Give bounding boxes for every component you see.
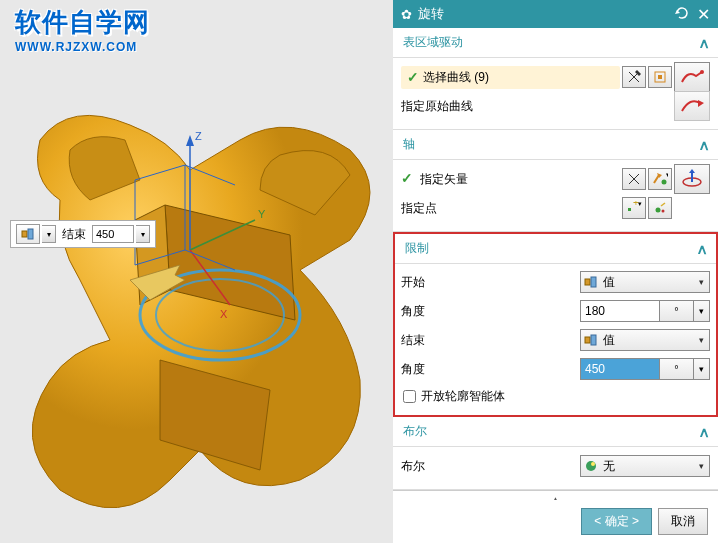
chevron-up-icon: ʌ: [700, 35, 708, 51]
chevron-down-icon: ▾: [693, 461, 709, 471]
svg-point-37: [586, 461, 596, 471]
section-axis-title: 轴: [403, 136, 415, 153]
orig-curve-label: 指定原始曲线: [401, 98, 672, 115]
open-body-row: 开放轮廓智能体: [401, 384, 710, 409]
end-row: 结束 值 ▾: [401, 326, 710, 354]
section-axis-body: ✓ 指定矢量 ▾ 指定点 +▾: [393, 160, 718, 232]
point-infer-icon[interactable]: +▾: [622, 197, 646, 219]
orig-curve-icon[interactable]: [674, 91, 710, 121]
none-icon: [581, 459, 601, 473]
start-dropdown[interactable]: 值 ▾: [580, 271, 710, 293]
watermark: 软件自学网 WWW.RJZXW.COM: [15, 5, 150, 54]
vector-infer-icon[interactable]: [622, 168, 646, 190]
chevron-down-icon: ▾: [693, 277, 709, 287]
panel-body: 表区域驱动 ʌ ✓ 选择曲线 (9) 指定原始曲线 轴 ʌ: [393, 28, 718, 500]
svg-marker-3: [186, 135, 194, 146]
angle2-label: 角度: [401, 361, 580, 378]
section-axis-header[interactable]: 轴 ʌ: [393, 130, 718, 160]
section-region-body: ✓ 选择曲线 (9) 指定原始曲线: [393, 58, 718, 130]
start-row: 开始 值 ▾: [401, 268, 710, 296]
infer-icon[interactable]: [622, 66, 646, 88]
section-bool-title: 布尔: [403, 423, 427, 440]
orig-curve-row: 指定原始曲线: [401, 92, 710, 120]
svg-rect-28: [628, 208, 631, 211]
value-type-dropdown[interactable]: ▾: [42, 225, 56, 243]
svg-marker-19: [698, 100, 704, 107]
svg-point-31: [656, 208, 661, 213]
angle1-unit: °: [660, 300, 694, 322]
chevron-up-icon: ʌ: [700, 137, 708, 153]
section-limit-title: 限制: [405, 240, 429, 257]
collapse-more-bar[interactable]: ▲: [393, 490, 718, 500]
value-type-icon[interactable]: [16, 224, 40, 244]
vector-row: ✓ 指定矢量 ▾: [401, 165, 710, 193]
gear-icon[interactable]: ✿: [401, 7, 412, 22]
panel-title: 旋转: [418, 5, 669, 23]
restore-icon[interactable]: [675, 6, 689, 23]
section-bool-body: 布尔 无 ▾: [393, 447, 718, 490]
angle2-input[interactable]: [580, 358, 660, 380]
vector-label: ✓ 指定矢量: [401, 170, 620, 188]
curve-rule-icon[interactable]: [674, 62, 710, 92]
section-limit-body: 开始 值 ▾ 角度 ° ▾ 结束: [393, 263, 718, 417]
select-curve-label[interactable]: ✓ 选择曲线 (9): [401, 66, 620, 89]
angle1-label: 角度: [401, 303, 580, 320]
angle2-row: 角度 ° ▾: [401, 355, 710, 383]
svg-text:X: X: [220, 308, 228, 320]
floating-input-bar[interactable]: ▾ 结束 ▾: [10, 220, 156, 248]
point-dialog-icon[interactable]: [648, 197, 672, 219]
section-region-title: 表区域驱动: [403, 34, 463, 51]
svg-point-18: [700, 70, 704, 74]
svg-rect-35: [585, 337, 590, 343]
angle2-unit: °: [660, 358, 694, 380]
svg-text:Y: Y: [258, 208, 266, 220]
svg-rect-17: [658, 75, 662, 79]
float-end-input[interactable]: [92, 225, 134, 243]
svg-rect-33: [585, 279, 590, 285]
sketch-section-icon[interactable]: [648, 66, 672, 88]
select-curve-row: ✓ 选择曲线 (9): [401, 63, 710, 91]
panel-footer: < 确定 > 取消: [393, 500, 718, 543]
ok-button[interactable]: < 确定 >: [581, 508, 652, 535]
angle2-dropdown[interactable]: ▾: [694, 358, 710, 380]
angle1-input[interactable]: [580, 300, 660, 322]
section-limit-header[interactable]: 限制 ʌ: [393, 232, 718, 264]
float-end-dropdown[interactable]: ▾: [136, 225, 150, 243]
vector-reverse-icon[interactable]: [674, 164, 710, 194]
end-dropdown[interactable]: 值 ▾: [580, 329, 710, 351]
svg-text:▾: ▾: [666, 172, 668, 178]
watermark-main: 软件自学网: [15, 5, 150, 40]
svg-text:▾: ▾: [638, 201, 642, 207]
close-icon[interactable]: ✕: [697, 5, 710, 24]
value-icon: [581, 276, 601, 288]
chevron-down-icon: ▾: [693, 335, 709, 345]
svg-marker-12: [675, 10, 680, 14]
section-bool-header[interactable]: 布尔 ʌ: [393, 417, 718, 447]
watermark-url: WWW.RJZXW.COM: [15, 40, 150, 54]
model-3d[interactable]: Z Y X: [10, 80, 390, 540]
angle1-dropdown[interactable]: ▾: [694, 300, 710, 322]
point-label: 指定点: [401, 200, 620, 217]
svg-rect-36: [591, 335, 596, 345]
open-body-label: 开放轮廓智能体: [421, 388, 505, 405]
viewport-3d[interactable]: 软件自学网 WWW.RJZXW.COM: [0, 0, 393, 543]
svg-marker-27: [689, 169, 695, 173]
properties-panel: ✿ 旋转 ✕ 表区域驱动 ʌ ✓ 选择曲线 (9) 指定原始曲线: [393, 0, 718, 543]
check-icon: ✓: [407, 69, 419, 85]
chevron-up-icon: ʌ: [698, 241, 706, 257]
bool-dropdown[interactable]: 无 ▾: [580, 455, 710, 477]
value-icon: [581, 334, 601, 346]
svg-point-38: [591, 462, 595, 466]
panel-title-bar[interactable]: ✿ 旋转 ✕: [393, 0, 718, 28]
svg-point-32: [662, 210, 665, 213]
check-icon: ✓: [401, 170, 413, 186]
svg-rect-34: [591, 277, 596, 287]
section-limit-wrapper: 限制 ʌ 开始 值 ▾ 角度 ° ▾: [393, 232, 718, 417]
svg-point-23: [662, 180, 667, 185]
svg-text:Z: Z: [195, 130, 202, 142]
vector-dialog-icon[interactable]: ▾: [648, 168, 672, 190]
end-label: 结束: [401, 332, 580, 349]
cancel-button[interactable]: 取消: [658, 508, 708, 535]
open-body-checkbox[interactable]: [403, 390, 416, 403]
section-region-header[interactable]: 表区域驱动 ʌ: [393, 28, 718, 58]
